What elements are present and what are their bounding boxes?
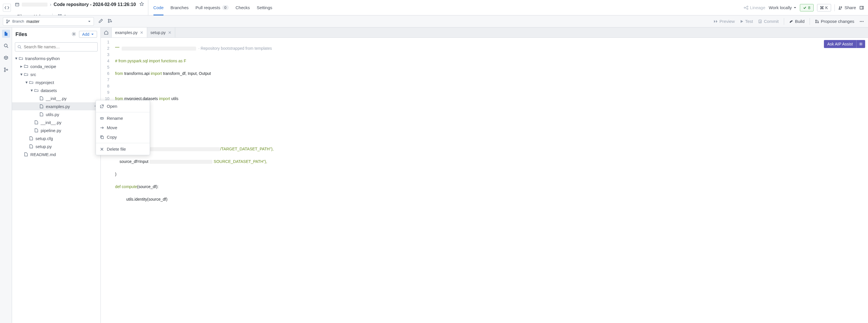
add-button[interactable]: Add	[79, 31, 97, 38]
file-icon	[40, 112, 43, 116]
aip-assist-button[interactable]: Ask AIP Assist	[824, 40, 856, 48]
svg-rect-10	[860, 6, 863, 9]
breadcrumb-title[interactable]: Code repository - 2024-02-09 11:26:10	[54, 2, 136, 7]
svg-point-14	[108, 19, 110, 20]
file-icon	[24, 152, 28, 156]
toolbar-secondary: Branch master Preview Test Commit Build …	[0, 15, 868, 28]
delete-icon	[100, 147, 104, 151]
sidebar: Files Add ▾transforms-python ▸conda_reci…	[12, 28, 101, 323]
chevron-down-icon	[794, 6, 797, 9]
edit-icon[interactable]	[98, 19, 103, 24]
share-button[interactable]: Share	[838, 5, 856, 10]
tree-folder-root[interactable]: ▾transforms-python	[12, 54, 100, 62]
tree-file-init[interactable]: __init__.py	[12, 94, 100, 102]
ctx-copy[interactable]: Copy	[96, 132, 150, 142]
ctx-move[interactable]: Move	[96, 123, 150, 132]
file-tree: ▾transforms-python ▸conda_recipe ▾src ▾m…	[12, 54, 100, 323]
rail-source-control-icon[interactable]	[2, 66, 10, 74]
tree-file-utils[interactable]: utils.py	[12, 110, 100, 118]
lineage-icon	[744, 5, 748, 10]
keyboard-shortcut[interactable]: K	[817, 4, 831, 11]
svg-point-29	[18, 45, 21, 48]
svg-point-22	[861, 21, 862, 22]
svg-point-24	[4, 44, 7, 47]
tree-file-setupcfg[interactable]: setup.cfg	[12, 134, 100, 142]
lineage-button[interactable]: Lineage	[744, 5, 765, 10]
folder-open-icon	[19, 56, 23, 60]
tab-setup[interactable]: setup.py✕	[147, 28, 175, 37]
code-brand-icon	[3, 4, 11, 12]
home-tab[interactable]	[101, 28, 112, 37]
svg-point-11	[7, 20, 8, 21]
tab-code[interactable]: Code	[153, 0, 164, 15]
tab-branches[interactable]: Branches	[170, 0, 188, 15]
commit-button[interactable]: Commit	[758, 19, 779, 24]
new-branch-icon[interactable]	[107, 19, 112, 24]
svg-point-21	[860, 21, 861, 22]
breadcrumb: › Code repository - 2024-02-09 11:26:10	[14, 2, 145, 7]
svg-rect-17	[759, 20, 762, 23]
tree-folder-datasets[interactable]: ▾datasets	[12, 86, 100, 94]
header: › Code repository - 2024-02-09 11:26:10 …	[0, 0, 868, 15]
star-icon[interactable]	[140, 2, 144, 7]
rail-package-icon[interactable]	[2, 54, 10, 62]
tab-examples[interactable]: examples.py✕	[112, 28, 147, 37]
panel-toggle-icon[interactable]	[860, 5, 864, 10]
line-gutter: 123456789101112	[101, 38, 112, 323]
play-icon	[740, 20, 743, 23]
fast-forward-icon	[714, 20, 718, 24]
tree-file-init2[interactable]: __init__.py	[12, 118, 100, 127]
svg-point-5	[744, 7, 745, 8]
more-icon[interactable]	[860, 19, 864, 24]
folder-icon	[24, 64, 28, 68]
tab-checks[interactable]: Checks	[236, 0, 250, 15]
test-button[interactable]: Test	[740, 19, 753, 24]
folder-open-icon	[34, 88, 38, 92]
ctx-delete[interactable]: Delete file	[96, 144, 150, 154]
svg-point-13	[8, 20, 10, 21]
svg-point-27	[7, 69, 8, 70]
folder-open-icon	[24, 72, 28, 76]
tab-settings[interactable]: Settings	[257, 0, 272, 15]
svg-rect-35	[101, 136, 103, 139]
code-editor[interactable]: 123456789101112 """· Repository bootstra…	[101, 38, 868, 323]
chevron-down-icon	[88, 20, 91, 23]
branch-selector[interactable]: Branch master	[3, 17, 94, 26]
svg-point-23	[863, 21, 864, 22]
close-icon[interactable]: ✕	[168, 30, 172, 35]
svg-point-26	[4, 71, 5, 72]
tree-folder-src[interactable]: ▾src	[12, 70, 100, 78]
gear-icon[interactable]	[71, 32, 76, 37]
file-icon	[35, 120, 38, 124]
tree-file-pipeline[interactable]: pipeline.py	[12, 127, 100, 134]
propose-changes-button[interactable]: Propose changes	[815, 19, 854, 24]
search-input[interactable]	[15, 42, 98, 51]
code-content[interactable]: """· Repository bootstrapped from templa…	[112, 38, 868, 323]
tree-folder-conda[interactable]: ▸conda_recipe	[12, 62, 100, 70]
close-icon[interactable]: ✕	[140, 30, 144, 35]
status-badge[interactable]: 8	[800, 4, 814, 11]
rail-files-icon[interactable]	[2, 30, 10, 38]
breadcrumb-sep: ›	[50, 2, 51, 7]
svg-point-28	[73, 33, 75, 35]
build-button[interactable]: Build	[789, 19, 804, 24]
tab-pull-requests[interactable]: Pull requests0	[195, 0, 229, 15]
activity-rail	[0, 28, 12, 323]
ctx-rename[interactable]: Rename	[96, 113, 150, 123]
svg-point-20	[817, 22, 819, 23]
rail-search-icon[interactable]	[2, 42, 10, 50]
tree-folder-myproject[interactable]: ▾myproject	[12, 78, 100, 86]
tree-file-examples[interactable]: examples.py	[12, 102, 100, 110]
svg-point-8	[839, 6, 840, 7]
svg-point-9	[841, 6, 842, 7]
aip-gear-icon[interactable]	[856, 40, 865, 48]
ctx-open[interactable]: Open	[96, 102, 150, 111]
main-tabs: Code Branches Pull requests0 Checks Sett…	[148, 0, 740, 15]
work-locally-button[interactable]: Work locally	[769, 5, 797, 10]
svg-rect-0	[16, 3, 19, 6]
svg-point-7	[747, 8, 748, 9]
tree-file-readme[interactable]: README.md	[12, 150, 100, 158]
preview-button[interactable]: Preview	[714, 19, 735, 24]
repo-icon	[15, 2, 20, 7]
tree-file-setuppy[interactable]: setup.py	[12, 142, 100, 150]
